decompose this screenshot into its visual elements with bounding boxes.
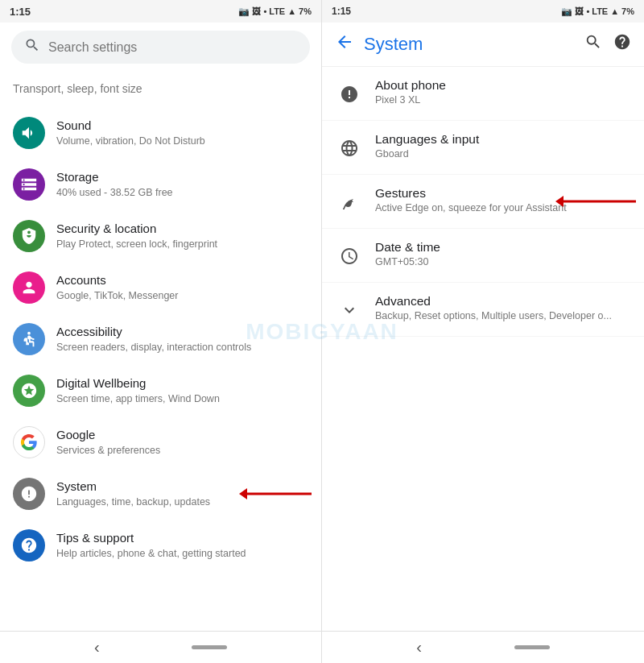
languages-title: Languages & input bbox=[375, 132, 631, 147]
accounts-title: Accounts bbox=[56, 272, 308, 288]
system-icon bbox=[13, 478, 45, 510]
right-signal-icon: ▲ bbox=[610, 6, 619, 16]
languages-text: Languages & input Gboard bbox=[375, 132, 631, 160]
settings-item-accessibility[interactable]: Accessibility Screen readers, display, i… bbox=[0, 313, 321, 365]
storage-text: Storage 40% used - 38.52 GB free bbox=[56, 169, 308, 200]
search-icon bbox=[24, 37, 40, 57]
settings-list: Transport, sleep, font size Sound Volume… bbox=[0, 72, 321, 631]
tips-title: Tips & support bbox=[56, 530, 308, 546]
sound-title: Sound bbox=[56, 118, 308, 134]
right-notification-icons: 📷 🖼 • bbox=[561, 6, 589, 17]
security-icon bbox=[13, 220, 45, 252]
datetime-icon bbox=[335, 242, 364, 271]
sound-text: Sound Volume, vibration, Do Not Disturb bbox=[56, 118, 308, 148]
lte-label: LTE bbox=[269, 6, 285, 16]
accessibility-subtitle: Screen readers, display, interaction con… bbox=[56, 341, 308, 355]
storage-icon bbox=[13, 168, 45, 201]
languages-icon bbox=[335, 134, 364, 163]
search-bar-container bbox=[0, 23, 321, 72]
security-title: Security & location bbox=[56, 221, 308, 237]
left-nav-pill bbox=[192, 645, 227, 649]
system-red-arrow bbox=[239, 482, 321, 506]
google-title: Google bbox=[56, 427, 308, 443]
storage-title: Storage bbox=[56, 169, 308, 185]
accessibility-title: Accessibility bbox=[56, 324, 308, 340]
system-item-languages[interactable]: Languages & input Gboard bbox=[322, 121, 644, 175]
right-nav-bar: ‹ bbox=[322, 631, 644, 663]
settings-item-security[interactable]: Security & location Play Protect, screen… bbox=[0, 210, 321, 262]
right-system-panel: 1:15 📷 🖼 • LTE ▲ 7% System bbox=[322, 0, 644, 663]
back-button[interactable] bbox=[335, 32, 354, 56]
search-header-icon[interactable] bbox=[584, 33, 602, 56]
svg-marker-2 bbox=[239, 488, 247, 499]
help-header-icon[interactable] bbox=[613, 33, 631, 56]
svg-point-0 bbox=[27, 332, 31, 335]
accounts-subtitle: Google, TikTok, Messenger bbox=[56, 289, 308, 304]
google-subtitle: Services & preferences bbox=[56, 444, 308, 458]
settings-item-tips[interactable]: Tips & support Help articles, phone & ch… bbox=[0, 520, 321, 571]
settings-item-storage[interactable]: Storage 40% used - 38.52 GB free bbox=[0, 159, 321, 210]
system-item-about-phone[interactable]: About phone Pixel 3 XL bbox=[322, 67, 644, 121]
google-text: Google Services & preferences bbox=[56, 427, 308, 458]
accessibility-icon bbox=[13, 323, 45, 355]
digital-wellbeing-subtitle: Screen time, app timers, Wind Down bbox=[56, 392, 308, 407]
system-item-datetime[interactable]: Date & time GMT+05:30 bbox=[322, 229, 644, 283]
right-status-icons: 📷 🖼 • LTE ▲ 7% bbox=[561, 6, 634, 17]
accounts-icon bbox=[13, 271, 45, 304]
notification-icons: 📷 🖼 • bbox=[238, 6, 266, 17]
tips-icon bbox=[13, 529, 45, 561]
about-phone-icon bbox=[335, 80, 364, 109]
left-status-icons: 📷 🖼 • LTE ▲ 7% bbox=[238, 6, 312, 17]
truncated-text: Transport, sleep, font size bbox=[13, 82, 142, 95]
battery-left: 7% bbox=[299, 6, 312, 16]
datetime-text: Date & time GMT+05:30 bbox=[375, 240, 631, 267]
datetime-title: Date & time bbox=[375, 240, 631, 255]
about-phone-subtitle: Pixel 3 XL bbox=[375, 94, 631, 106]
left-back-nav[interactable]: ‹ bbox=[94, 638, 100, 657]
tips-text: Tips & support Help articles, phone & ch… bbox=[56, 530, 308, 561]
right-status-bar: 1:15 📷 🖼 • LTE ▲ 7% bbox=[322, 0, 644, 23]
system-header: System bbox=[322, 23, 644, 67]
system-title-header: System bbox=[364, 34, 575, 55]
languages-subtitle: Gboard bbox=[375, 148, 631, 160]
search-bar[interactable] bbox=[11, 31, 310, 64]
left-settings-panel: 1:15 📷 🖼 • LTE ▲ 7% Transport, sleep, fo… bbox=[0, 0, 322, 663]
settings-item-sound[interactable]: Sound Volume, vibration, Do Not Disturb bbox=[0, 107, 321, 159]
header-action-icons bbox=[584, 33, 631, 56]
security-text: Security & location Play Protect, screen… bbox=[56, 221, 308, 251]
digital-wellbeing-title: Digital Wellbeing bbox=[56, 375, 308, 392]
settings-item-system[interactable]: System Languages, time, backup, updates bbox=[0, 468, 321, 520]
digital-wellbeing-text: Digital Wellbeing Screen time, app timer… bbox=[56, 375, 308, 406]
right-back-nav[interactable]: ‹ bbox=[416, 638, 422, 657]
system-items-list: About phone Pixel 3 XL Languages & input… bbox=[322, 67, 644, 631]
advanced-subtitle: Backup, Reset options, Multiple users, D… bbox=[375, 310, 631, 321]
advanced-icon bbox=[335, 296, 364, 325]
google-icon bbox=[13, 426, 45, 458]
search-input[interactable] bbox=[48, 40, 297, 55]
right-battery: 7% bbox=[621, 6, 634, 16]
left-status-bar: 1:15 📷 🖼 • LTE ▲ 7% bbox=[0, 0, 321, 23]
right-lte-label: LTE bbox=[592, 6, 608, 16]
svg-marker-4 bbox=[555, 196, 564, 207]
datetime-subtitle: GMT+05:30 bbox=[375, 256, 631, 267]
system-item-gestures[interactable]: Gestures Active Edge on, squeeze for you… bbox=[322, 175, 644, 229]
advanced-title: Advanced bbox=[375, 294, 631, 309]
advanced-text: Advanced Backup, Reset options, Multiple… bbox=[375, 294, 631, 321]
storage-subtitle: 40% used - 38.52 GB free bbox=[56, 186, 308, 201]
gestures-icon bbox=[335, 188, 364, 217]
gestures-red-arrow bbox=[555, 189, 644, 213]
system-item-advanced[interactable]: Advanced Backup, Reset options, Multiple… bbox=[322, 283, 644, 337]
settings-item-accounts[interactable]: Accounts Google, TikTok, Messenger bbox=[0, 262, 321, 313]
digital-wellbeing-icon bbox=[13, 375, 45, 407]
truncated-item[interactable]: Transport, sleep, font size bbox=[0, 72, 321, 107]
tips-subtitle: Help articles, phone & chat, getting sta… bbox=[56, 547, 308, 561]
accessibility-text: Accessibility Screen readers, display, i… bbox=[56, 324, 308, 354]
security-subtitle: Play Protect, screen lock, fingerprint bbox=[56, 238, 308, 252]
settings-item-digital-wellbeing[interactable]: Digital Wellbeing Screen time, app timer… bbox=[0, 365, 321, 416]
signal-icon: ▲ bbox=[287, 6, 296, 16]
settings-item-google[interactable]: Google Services & preferences bbox=[0, 416, 321, 468]
accounts-text: Accounts Google, TikTok, Messenger bbox=[56, 272, 308, 303]
left-nav-bar: ‹ bbox=[0, 631, 321, 663]
right-nav-pill bbox=[514, 645, 550, 649]
right-time: 1:15 bbox=[332, 6, 351, 17]
